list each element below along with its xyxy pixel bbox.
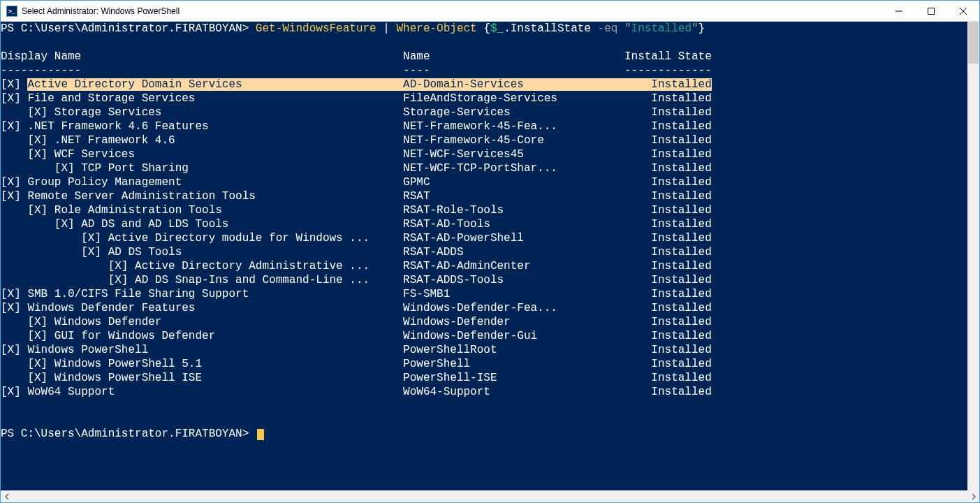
- feature-row[interactable]: [X] Group Policy Management GPMC Install…: [1, 175, 967, 189]
- feature-row[interactable]: [X] Windows PowerShell ISE PowerShell-IS…: [1, 371, 967, 385]
- feature-row[interactable]: [X] .NET Framework 4.6 NET-Framework-45-…: [1, 133, 967, 147]
- scroll-right-arrow[interactable]: [967, 490, 979, 502]
- scrollbar-thumb[interactable]: [968, 22, 979, 64]
- feature-row[interactable]: [X] Storage Services Storage-Services In…: [1, 105, 967, 119]
- scroll-left-arrow[interactable]: [1, 490, 13, 502]
- blank-line: [1, 413, 967, 427]
- maximize-icon: [928, 8, 935, 15]
- feature-row[interactable]: [X] AD DS Tools RSAT-ADDS Installed: [1, 245, 967, 259]
- powershell-icon: >_: [6, 6, 17, 17]
- feature-row[interactable]: [X] TCP Port Sharing NET-WCF-TCP-PortSha…: [1, 161, 967, 175]
- vertical-scrollbar[interactable]: [967, 22, 979, 490]
- close-icon: [960, 8, 967, 15]
- feature-row[interactable]: [X] AD DS and AD LDS Tools RSAT-AD-Tools…: [1, 217, 967, 231]
- feature-row[interactable]: [X] SMB 1.0/CIFS File Sharing Support FS…: [1, 287, 967, 301]
- blank-line: [1, 399, 967, 413]
- minimize-icon: [895, 8, 902, 15]
- feature-row[interactable]: [X] Remote Server Administration Tools R…: [1, 189, 967, 203]
- feature-row[interactable]: [X] Windows PowerShell PowerShellRoot In…: [1, 343, 967, 357]
- table-header-sep: ------------ ---- -------------: [1, 64, 967, 78]
- feature-row[interactable]: [X] File and Storage Services FileAndSto…: [1, 92, 967, 105]
- command-line: PS C:\Users\Administrator.FIRATBOYAN> Ge…: [1, 22, 967, 36]
- window-controls: [883, 1, 979, 21]
- feature-row[interactable]: [X] Role Administration Tools RSAT-Role-…: [1, 203, 967, 217]
- close-button[interactable]: [947, 1, 979, 21]
- hscroll-track[interactable]: [13, 490, 967, 502]
- blank-line: [1, 36, 967, 50]
- chevron-left-icon: [4, 494, 10, 500]
- window-title: Select Administrator: Windows PowerShell: [22, 6, 883, 16]
- powershell-window: >_ Select Administrator: Windows PowerSh…: [0, 0, 980, 503]
- feature-row[interactable]: [X] GUI for Windows Defender Windows-Def…: [1, 329, 967, 343]
- feature-row[interactable]: [X] WoW64 Support WoW64-Support Installe…: [1, 385, 967, 399]
- feature-row[interactable]: [X] Windows PowerShell 5.1 PowerShell In…: [1, 357, 967, 371]
- table-header: Display Name Name Install State: [1, 50, 967, 64]
- feature-row[interactable]: [X] Active Directory module for Windows …: [1, 231, 967, 245]
- terminal-area[interactable]: PS C:\Users\Administrator.FIRATBOYAN> Ge…: [1, 22, 979, 490]
- chevron-right-icon: [971, 494, 977, 500]
- feature-row[interactable]: [X] AD DS Snap-Ins and Command-Line ... …: [1, 273, 967, 287]
- titlebar[interactable]: >_ Select Administrator: Windows PowerSh…: [1, 1, 979, 22]
- feature-row[interactable]: [X] WCF Services NET-WCF-Services45 Inst…: [1, 147, 967, 161]
- feature-row[interactable]: [X] .NET Framework 4.6 Features NET-Fram…: [1, 119, 967, 133]
- minimize-button[interactable]: [883, 1, 915, 21]
- horizontal-scrollbar[interactable]: [1, 490, 979, 502]
- feature-row[interactable]: [X] Windows Defender Windows-Defender In…: [1, 315, 967, 329]
- feature-row[interactable]: [X] Active Directory Administrative ... …: [1, 259, 967, 273]
- cursor: [257, 429, 264, 440]
- maximize-button[interactable]: [915, 1, 947, 21]
- prompt-line[interactable]: PS C:\Users\Administrator.FIRATBOYAN>: [1, 427, 967, 441]
- feature-row-selected[interactable]: [X] Active Directory Domain Services AD-…: [1, 78, 967, 92]
- terminal-output[interactable]: PS C:\Users\Administrator.FIRATBOYAN> Ge…: [1, 22, 967, 490]
- svg-rect-1: [928, 8, 935, 14]
- feature-row[interactable]: [X] Windows Defender Features Windows-De…: [1, 301, 967, 315]
